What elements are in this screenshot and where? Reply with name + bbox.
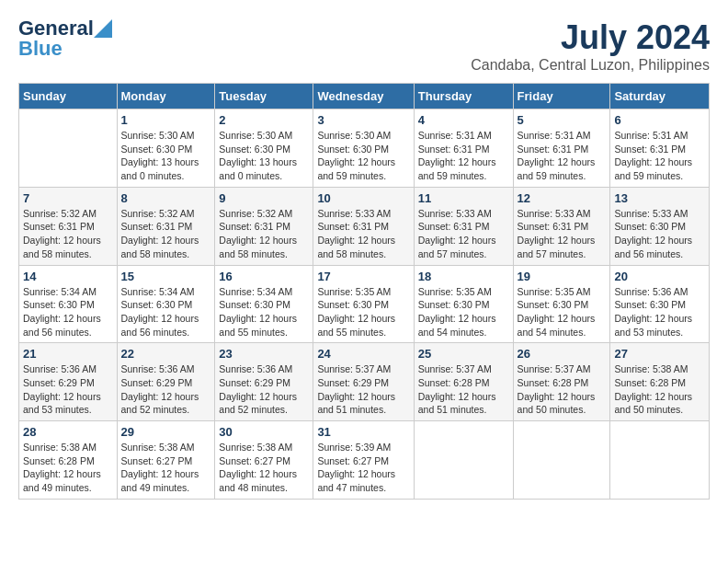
day-number: 10 <box>317 191 409 205</box>
calendar-cell: 17Sunrise: 5:35 AMSunset: 6:30 PMDayligh… <box>313 265 414 343</box>
calendar-cell <box>610 421 710 500</box>
day-number: 3 <box>317 113 409 127</box>
day-info: Sunrise: 5:34 AMSunset: 6:30 PMDaylight:… <box>219 285 309 339</box>
calendar-cell: 15Sunrise: 5:34 AMSunset: 6:30 PMDayligh… <box>117 265 215 343</box>
day-number: 30 <box>219 425 309 439</box>
week-row-3: 14Sunrise: 5:34 AMSunset: 6:30 PMDayligh… <box>19 265 710 343</box>
day-number: 4 <box>418 113 509 127</box>
day-number: 26 <box>518 347 607 361</box>
day-info: Sunrise: 5:39 AMSunset: 6:27 PMDaylight:… <box>317 441 409 495</box>
header-tuesday: Tuesday <box>215 84 313 109</box>
calendar-cell <box>414 421 513 500</box>
day-number: 5 <box>518 113 607 127</box>
day-number: 24 <box>317 347 409 361</box>
calendar-cell: 6Sunrise: 5:31 AMSunset: 6:31 PMDaylight… <box>610 109 710 188</box>
day-info: Sunrise: 5:37 AMSunset: 6:28 PMDaylight:… <box>418 362 509 417</box>
day-number: 20 <box>614 270 705 283</box>
calendar-cell: 25Sunrise: 5:37 AMSunset: 6:28 PMDayligh… <box>414 343 513 421</box>
day-number: 29 <box>121 425 211 439</box>
day-number: 9 <box>219 191 309 205</box>
calendar-cell <box>513 421 610 500</box>
header-friday: Friday <box>513 84 610 109</box>
calendar-cell: 1Sunrise: 5:30 AMSunset: 6:30 PMDaylight… <box>117 109 215 188</box>
day-info: Sunrise: 5:30 AMSunset: 6:30 PMDaylight:… <box>121 129 211 183</box>
day-info: Sunrise: 5:31 AMSunset: 6:31 PMDaylight:… <box>614 129 705 183</box>
calendar-cell: 30Sunrise: 5:38 AMSunset: 6:27 PMDayligh… <box>215 421 313 500</box>
calendar-cell: 24Sunrise: 5:37 AMSunset: 6:29 PMDayligh… <box>313 343 414 421</box>
day-number: 15 <box>121 270 211 283</box>
day-info: Sunrise: 5:32 AMSunset: 6:31 PMDaylight:… <box>121 207 211 261</box>
day-info: Sunrise: 5:31 AMSunset: 6:31 PMDaylight:… <box>418 129 509 183</box>
calendar-cell: 16Sunrise: 5:34 AMSunset: 6:30 PMDayligh… <box>215 265 313 343</box>
day-info: Sunrise: 5:35 AMSunset: 6:30 PMDaylight:… <box>418 285 509 339</box>
day-info: Sunrise: 5:36 AMSunset: 6:29 PMDaylight:… <box>219 362 309 417</box>
calendar-cell: 28Sunrise: 5:38 AMSunset: 6:28 PMDayligh… <box>19 421 118 500</box>
calendar-cell: 12Sunrise: 5:33 AMSunset: 6:31 PMDayligh… <box>513 187 610 265</box>
day-number: 21 <box>23 347 113 361</box>
day-number: 27 <box>614 347 705 361</box>
day-number: 22 <box>121 347 211 361</box>
svg-marker-0 <box>94 19 112 38</box>
day-info: Sunrise: 5:35 AMSunset: 6:30 PMDaylight:… <box>518 285 607 339</box>
calendar-cell: 23Sunrise: 5:36 AMSunset: 6:29 PMDayligh… <box>215 343 313 421</box>
calendar-subtitle: Candaba, Central Luzon, Philippines <box>471 57 710 74</box>
calendar-header-row: Sunday Monday Tuesday Wednesday Thursday… <box>19 84 710 109</box>
week-row-2: 7Sunrise: 5:32 AMSunset: 6:31 PMDaylight… <box>19 187 710 265</box>
day-info: Sunrise: 5:35 AMSunset: 6:30 PMDaylight:… <box>317 285 409 339</box>
calendar-cell: 3Sunrise: 5:30 AMSunset: 6:30 PMDaylight… <box>313 109 414 188</box>
day-info: Sunrise: 5:32 AMSunset: 6:31 PMDaylight:… <box>23 207 113 261</box>
day-info: Sunrise: 5:30 AMSunset: 6:30 PMDaylight:… <box>317 129 409 183</box>
day-info: Sunrise: 5:36 AMSunset: 6:29 PMDaylight:… <box>23 362 113 417</box>
day-info: Sunrise: 5:32 AMSunset: 6:31 PMDaylight:… <box>219 207 309 261</box>
calendar-cell: 26Sunrise: 5:37 AMSunset: 6:28 PMDayligh… <box>513 343 610 421</box>
day-info: Sunrise: 5:34 AMSunset: 6:30 PMDaylight:… <box>23 285 113 339</box>
day-number: 28 <box>23 425 113 439</box>
day-number: 8 <box>121 191 211 205</box>
page-header: General Blue July 2024 Candaba, Central … <box>18 18 710 74</box>
day-number: 13 <box>614 191 705 205</box>
calendar-cell: 20Sunrise: 5:36 AMSunset: 6:30 PMDayligh… <box>610 265 710 343</box>
week-row-1: 1Sunrise: 5:30 AMSunset: 6:30 PMDaylight… <box>19 109 710 188</box>
calendar-cell: 22Sunrise: 5:36 AMSunset: 6:29 PMDayligh… <box>117 343 215 421</box>
day-info: Sunrise: 5:30 AMSunset: 6:30 PMDaylight:… <box>219 129 309 183</box>
calendar-table: Sunday Monday Tuesday Wednesday Thursday… <box>18 83 710 500</box>
day-number: 25 <box>418 347 509 361</box>
logo-triangle-icon <box>94 19 112 38</box>
day-info: Sunrise: 5:38 AMSunset: 6:28 PMDaylight:… <box>23 441 113 495</box>
day-number: 11 <box>418 191 509 205</box>
day-info: Sunrise: 5:36 AMSunset: 6:29 PMDaylight:… <box>121 362 211 417</box>
header-saturday: Saturday <box>610 84 710 109</box>
day-number: 7 <box>23 191 113 205</box>
calendar-cell: 19Sunrise: 5:35 AMSunset: 6:30 PMDayligh… <box>513 265 610 343</box>
day-info: Sunrise: 5:33 AMSunset: 6:31 PMDaylight:… <box>418 207 509 261</box>
calendar-cell: 7Sunrise: 5:32 AMSunset: 6:31 PMDaylight… <box>19 187 118 265</box>
day-info: Sunrise: 5:33 AMSunset: 6:30 PMDaylight:… <box>614 207 705 261</box>
calendar-cell: 29Sunrise: 5:38 AMSunset: 6:27 PMDayligh… <box>117 421 215 500</box>
header-sunday: Sunday <box>19 84 118 109</box>
calendar-cell: 14Sunrise: 5:34 AMSunset: 6:30 PMDayligh… <box>19 265 118 343</box>
calendar-cell: 18Sunrise: 5:35 AMSunset: 6:30 PMDayligh… <box>414 265 513 343</box>
header-wednesday: Wednesday <box>313 84 414 109</box>
day-info: Sunrise: 5:34 AMSunset: 6:30 PMDaylight:… <box>121 285 211 339</box>
day-info: Sunrise: 5:38 AMSunset: 6:27 PMDaylight:… <box>219 441 309 495</box>
calendar-cell: 8Sunrise: 5:32 AMSunset: 6:31 PMDaylight… <box>117 187 215 265</box>
calendar-cell: 21Sunrise: 5:36 AMSunset: 6:29 PMDayligh… <box>19 343 118 421</box>
calendar-cell: 31Sunrise: 5:39 AMSunset: 6:27 PMDayligh… <box>313 421 414 500</box>
logo-general: General <box>18 18 94 39</box>
logo: General Blue <box>18 18 112 59</box>
day-number: 31 <box>317 425 409 439</box>
calendar-cell: 5Sunrise: 5:31 AMSunset: 6:31 PMDaylight… <box>513 109 610 188</box>
header-thursday: Thursday <box>414 84 513 109</box>
calendar-title: July 2024 <box>471 18 710 57</box>
day-info: Sunrise: 5:37 AMSunset: 6:28 PMDaylight:… <box>518 362 607 417</box>
calendar-cell: 11Sunrise: 5:33 AMSunset: 6:31 PMDayligh… <box>414 187 513 265</box>
calendar-cell: 4Sunrise: 5:31 AMSunset: 6:31 PMDaylight… <box>414 109 513 188</box>
day-info: Sunrise: 5:36 AMSunset: 6:30 PMDaylight:… <box>614 285 705 339</box>
day-info: Sunrise: 5:31 AMSunset: 6:31 PMDaylight:… <box>518 129 607 183</box>
day-number: 16 <box>219 270 309 283</box>
day-info: Sunrise: 5:33 AMSunset: 6:31 PMDaylight:… <box>317 207 409 261</box>
day-number: 19 <box>518 270 607 283</box>
day-info: Sunrise: 5:37 AMSunset: 6:29 PMDaylight:… <box>317 362 409 417</box>
header-monday: Monday <box>117 84 215 109</box>
day-number: 14 <box>23 270 113 283</box>
